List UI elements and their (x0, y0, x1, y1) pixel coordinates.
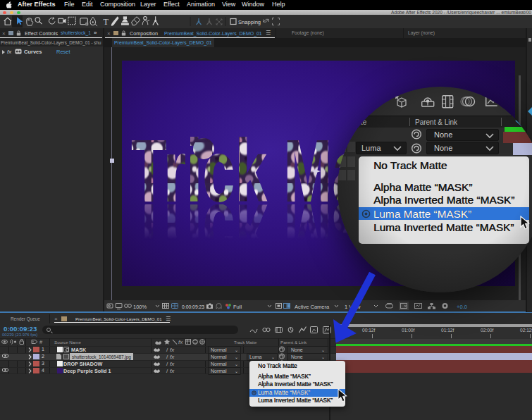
svg-text:fx: fx (170, 368, 175, 374)
svg-text:fx: fx (178, 339, 183, 345)
svg-text:100%: 100% (133, 304, 147, 310)
svg-text:0:00:09:23: 0:00:09:23 (182, 304, 204, 309)
svg-text:#: # (39, 339, 43, 345)
svg-text:Full: Full (233, 304, 242, 310)
svg-text:fx: fx (170, 354, 175, 360)
svg-text:+0.0: +0.0 (457, 304, 467, 310)
svg-text:/: / (166, 368, 168, 374)
svg-text:T: T (103, 17, 109, 27)
svg-text:/: / (166, 354, 168, 360)
svg-text:fx: fx (170, 347, 175, 353)
svg-text:Snapping: Snapping (238, 19, 261, 25)
svg-text:fx: fx (170, 361, 175, 367)
svg-text:/: / (166, 361, 168, 367)
svg-text:/: / (166, 347, 168, 353)
